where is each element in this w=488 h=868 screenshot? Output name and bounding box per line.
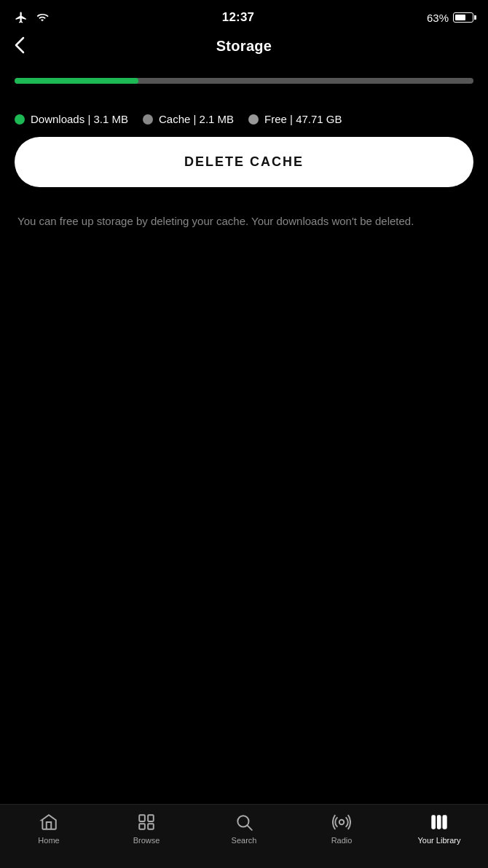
battery-percent: 63% <box>427 12 449 24</box>
storage-legend: Downloads | 3.1 MB Cache | 2.1 MB Free |… <box>0 101 488 131</box>
legend-downloads: Downloads | 3.1 MB <box>15 113 128 125</box>
nav-item-search[interactable]: Search <box>222 812 266 845</box>
wifi-icon <box>35 12 50 23</box>
nav-label-your-library: Your Library <box>418 836 461 845</box>
legend-free: Free | 47.71 GB <box>248 113 342 125</box>
svg-rect-7 <box>432 816 435 828</box>
svg-rect-1 <box>148 815 154 821</box>
battery-icon <box>453 12 473 23</box>
nav-label-browse: Browse <box>133 836 160 845</box>
free-label: Free | 47.71 GB <box>264 113 342 125</box>
nav-item-radio[interactable]: Radio <box>320 812 363 845</box>
svg-line-5 <box>248 826 252 830</box>
downloads-dot <box>15 114 25 125</box>
nav-label-search: Search <box>232 836 257 845</box>
svg-point-6 <box>339 820 345 825</box>
nav-item-home[interactable]: Home <box>27 812 71 845</box>
svg-rect-8 <box>438 816 441 828</box>
cache-label: Cache | 2.1 MB <box>159 113 234 125</box>
nav-item-browse[interactable]: Browse <box>125 812 168 845</box>
svg-rect-9 <box>443 816 446 828</box>
status-time: 12:37 <box>222 10 254 25</box>
your-library-icon <box>429 812 449 832</box>
status-left-icons <box>15 11 50 24</box>
radio-icon <box>331 812 352 832</box>
svg-rect-2 <box>139 824 145 829</box>
svg-rect-0 <box>139 815 145 821</box>
svg-rect-3 <box>148 824 154 829</box>
nav-header: Storage <box>0 32 488 66</box>
page-title: Storage <box>216 38 272 55</box>
downloads-label: Downloads | 3.1 MB <box>31 113 128 125</box>
search-icon <box>234 812 254 832</box>
storage-bar-section <box>0 66 488 101</box>
back-button[interactable] <box>15 36 25 57</box>
bottom-nav: Home Browse Search <box>0 804 488 868</box>
status-bar: 12:37 63% <box>0 0 488 32</box>
nav-item-your-library[interactable]: Your Library <box>417 812 461 845</box>
free-dot <box>248 114 259 125</box>
status-right: 63% <box>427 12 473 24</box>
storage-bar-track <box>15 78 473 84</box>
home-icon <box>39 812 59 832</box>
legend-cache: Cache | 2.1 MB <box>143 113 234 125</box>
delete-cache-button[interactable]: DELETE CACHE <box>15 137 473 187</box>
airplane-icon <box>15 11 28 24</box>
delete-cache-section: DELETE CACHE <box>0 131 488 202</box>
nav-label-radio: Radio <box>331 836 353 845</box>
cache-dot <box>143 114 153 125</box>
nav-label-home: Home <box>38 836 59 845</box>
browse-icon <box>136 812 157 832</box>
storage-bar-fill <box>15 78 138 84</box>
info-text: You can free up storage by deleting your… <box>0 202 488 242</box>
